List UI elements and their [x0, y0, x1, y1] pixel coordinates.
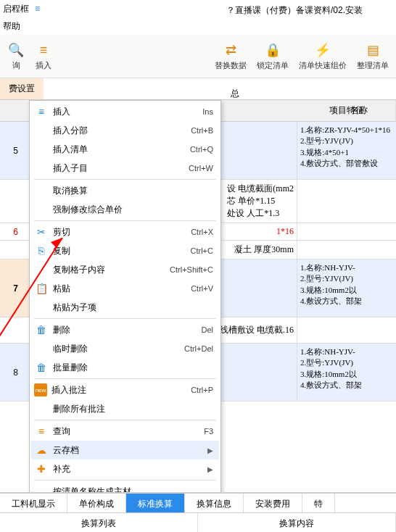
- lock-icon: 🔒: [264, 41, 281, 59]
- shortcut: Ctrl+C: [191, 246, 213, 255]
- help-menu[interactable]: 帮助: [3, 20, 20, 33]
- blank-icon: [34, 203, 49, 216]
- 🗑-icon: 🗑: [34, 361, 49, 374]
- ctx-粘贴为子项[interactable]: 粘贴为子项: [31, 298, 219, 317]
- ctx-临时删除[interactable]: 临时删除Ctrl+Del: [31, 339, 219, 358]
- row-index: [0, 317, 32, 343]
- ctx-查询[interactable]: ≡查询F3: [31, 422, 219, 441]
- window-title-left: 启程框: [3, 3, 29, 15]
- row-feature: 1.名称:NH-YJV- 2.型号:YJV(JV) 3.规格:10mm2以 4.…: [297, 259, 396, 317]
- ctx-label: 临时删除: [49, 343, 184, 355]
- blank-icon: [34, 485, 49, 493]
- ctx-label: 补充: [49, 463, 205, 475]
- insert-icon: ≡: [35, 4, 40, 14]
- tab-安装费用[interactable]: 安装费用: [244, 494, 302, 512]
- context-menu: ≡插入Ins插入分部Ctrl+B插入清单Ctrl+Q插入子目Ctrl+W取消换算…: [29, 100, 221, 493]
- ctx-批量删除[interactable]: 🗑批量删除: [31, 358, 219, 377]
- tab-工料机显示[interactable]: 工料机显示: [0, 494, 67, 512]
- ctx-复制[interactable]: ⎘复制Ctrl+C: [31, 241, 219, 260]
- window-path: ？直播课（付费）备课资料/02.安装: [226, 4, 363, 17]
- tab-单价构成[interactable]: 单价构成: [67, 494, 126, 512]
- row-index: 6: [0, 223, 32, 240]
- ctx-补充[interactable]: ✚补充▶: [31, 460, 219, 478]
- shortcut: Ctrl+B: [191, 126, 213, 135]
- toolbar-query-label: 询: [12, 60, 20, 71]
- ctx-label: 插入子目: [49, 162, 189, 175]
- subnav-total: 总: [231, 88, 239, 100]
- toolbar-quickprice[interactable]: ⚡ 清单快速组价: [294, 40, 351, 72]
- ≡-icon: ≡: [34, 105, 49, 118]
- ctx-删除[interactable]: 🗑删除Del: [31, 320, 219, 339]
- toolbar-query[interactable]: 🔍 询: [3, 40, 29, 72]
- row-feature: 1.名称:NH-YJV- 2.型号:YJV(JV) 3.规格:10mm2以 4.…: [297, 344, 396, 401]
- row-feature: [297, 317, 396, 343]
- subtab-换算内容[interactable]: 换算内容: [198, 513, 396, 532]
- tab-标准换算[interactable]: 标准换算: [126, 494, 185, 512]
- ctx-插入[interactable]: ≡插入Ins: [31, 102, 219, 121]
- row-index: 8: [0, 344, 32, 401]
- toolbar-organize-label: 整理清单: [357, 60, 389, 71]
- blank-icon: [34, 124, 49, 137]
- row-feature: 1.名称:ZR-YJV-4*50+1*16 2.型号:YJV(JV) 3.规格:…: [297, 122, 396, 179]
- ✂-icon: ✂: [34, 225, 49, 238]
- tab-特[interactable]: 特: [302, 494, 335, 512]
- ctx-label: 复制: [49, 245, 191, 257]
- ctx-插入子目[interactable]: 插入子目Ctrl+W: [31, 159, 219, 178]
- ctx-label: 插入分部: [49, 125, 191, 137]
- ctx-云存档[interactable]: ☁云存档▶: [31, 441, 219, 460]
- query-icon: 🔍: [7, 41, 25, 59]
- shortcut: Ctrl+Q: [190, 145, 213, 154]
- ctx-label: 剪切: [49, 226, 191, 238]
- blank-icon: [34, 184, 49, 197]
- 📋-icon: 📋: [34, 282, 49, 295]
- shortcut: Ctrl+P: [191, 386, 213, 394]
- shortcut: Ctrl+Shift+C: [170, 265, 213, 274]
- toolbar-insert-label: 插入: [36, 60, 51, 71]
- subnav-fee[interactable]: 费设置: [0, 78, 44, 99]
- ctx-插入清单[interactable]: 插入清单Ctrl+Q: [31, 140, 219, 159]
- ctx-复制格子内容[interactable]: 复制格子内容Ctrl+Shift+C: [31, 260, 219, 279]
- ctx-插入分部[interactable]: 插入分部Ctrl+B: [31, 121, 219, 140]
- ctx-label: 插入清单: [49, 144, 190, 156]
- ctx-剪切[interactable]: ✂剪切Ctrl+X: [31, 223, 219, 241]
- replace-icon: ⇄: [222, 41, 239, 59]
- toolbar-replace[interactable]: ⇄ 替换数据: [210, 40, 251, 72]
- shortcut: Ctrl+W: [189, 164, 213, 173]
- subtab-换算列表[interactable]: 换算列表: [0, 513, 198, 532]
- ctx-插入批注[interactable]: new插入批注Ctrl+P: [31, 381, 219, 399]
- toolbar-replace-label: 替换数据: [215, 60, 247, 71]
- list-icon: ▤: [364, 41, 381, 59]
- toolbar-quickprice-label: 清单快速组价: [299, 60, 347, 71]
- row-index: [0, 180, 32, 223]
- ctx-label: 删除所有批注: [49, 403, 213, 415]
- blank-icon: [34, 402, 49, 415]
- row-feature: [297, 180, 396, 223]
- shortcut: Ctrl+X: [191, 228, 213, 236]
- ctx-取消换算[interactable]: 取消换算: [31, 181, 219, 200]
- new-icon: new: [34, 383, 47, 396]
- blank-icon: [34, 143, 49, 156]
- bolt-icon: ⚡: [314, 41, 331, 59]
- chevron-right-icon: ▶: [205, 465, 213, 473]
- ctx-粘贴[interactable]: 📋粘贴Ctrl+V: [31, 279, 219, 298]
- row-feature: [297, 223, 396, 240]
- ctx-label: 强制修改综合单价: [49, 204, 213, 216]
- col-idx: [0, 100, 32, 121]
- ctx-label: 复制格子内容: [49, 264, 170, 276]
- ctx-label: 粘贴为子项: [49, 302, 213, 314]
- ctx-强制修改综合单价[interactable]: 强制修改综合单价: [31, 200, 219, 219]
- ctx-按清单名称生成主材[interactable]: 按清单名称生成主材: [31, 482, 219, 493]
- ctx-删除所有批注[interactable]: 删除所有批注: [31, 399, 219, 418]
- row-index: [0, 241, 32, 259]
- toolbar-insert[interactable]: ≡ 插入: [30, 40, 57, 72]
- toolbar-organize[interactable]: ▤ 整理清单: [352, 40, 393, 72]
- ctx-label: 粘贴: [49, 283, 191, 295]
- tab-换算信息[interactable]: 换算信息: [185, 494, 244, 512]
- toolbar-lock-label: 锁定清单: [257, 60, 289, 71]
- toolbar-lock[interactable]: 🔒 锁定清单: [252, 40, 293, 72]
- shortcut: Ctrl+V: [191, 284, 213, 293]
- shortcut: Ins: [202, 107, 213, 116]
- col-name: 名称: [226, 100, 396, 121]
- ☁-icon: ☁: [34, 444, 49, 457]
- ≡-icon: ≡: [34, 425, 49, 438]
